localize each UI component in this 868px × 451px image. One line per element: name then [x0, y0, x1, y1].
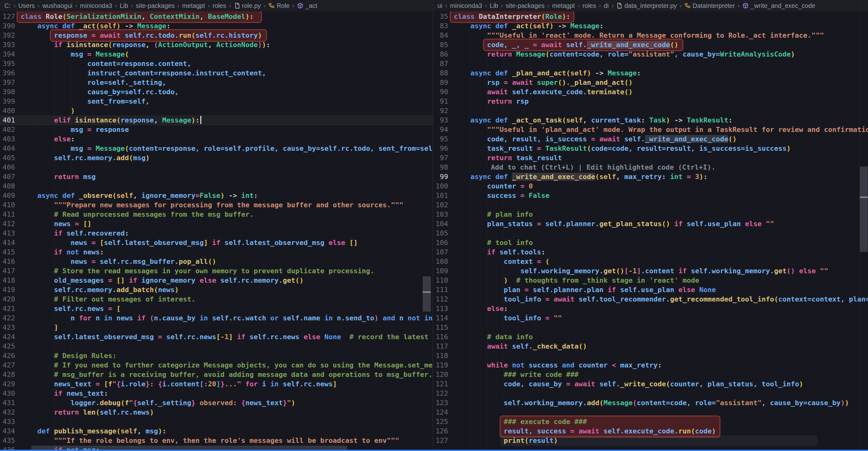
code-line-422[interactable]: 422 n for n in news if (n.cause_by in se… — [0, 313, 433, 323]
code-line-96[interactable]: 96 task_result = TaskResult(code=code, r… — [433, 144, 868, 153]
line-number[interactable]: 432 — [0, 408, 15, 417]
code-line-127[interactable]: 127class Role(SerializationMixin, Contex… — [0, 12, 433, 21]
line-number[interactable]: 110 — [433, 276, 448, 285]
code-line-390[interactable]: 390 async def _act(self) -> Message: — [0, 21, 433, 31]
breadcrumb-item-di[interactable]: di — [604, 2, 609, 9]
code-line-397[interactable]: 397 role=self._setting, — [0, 78, 433, 87]
breadcrumb-item-role[interactable]: Role — [269, 2, 289, 9]
code-line-111[interactable]: 111 plan = self.planner.plan if self.use… — [433, 285, 868, 295]
code-line-405[interactable]: 405 self.rc.memory.add(msg) — [0, 153, 433, 163]
line-number[interactable]: 420 — [0, 295, 15, 304]
code-line-84[interactable]: 84 """Useful in 'react' mode. Return a M… — [433, 31, 868, 40]
breadcrumb-item-role-py[interactable]: role.py — [234, 2, 261, 9]
code-line-407[interactable]: 407 return msg — [0, 172, 433, 182]
code-line-100[interactable]: 100 counter = 0 — [433, 182, 868, 191]
breadcrumb-item-roles[interactable]: roles — [213, 2, 226, 9]
line-number[interactable]: 417 — [0, 266, 15, 276]
code-line-105[interactable]: 105 — [433, 229, 868, 238]
breadcrumb-item--act[interactable]: _act — [297, 2, 317, 9]
line-number[interactable]: 101 — [433, 191, 448, 200]
line-number[interactable]: 411 — [0, 210, 15, 219]
code-line-398[interactable]: 398 cause_by=self.rc.todo, — [0, 87, 433, 97]
code-line-426[interactable]: 426 # Design Rules: — [0, 351, 433, 361]
line-number[interactable]: 127 — [0, 12, 15, 21]
code-line-435[interactable]: 435 """If the role belongs to env, then … — [0, 436, 433, 445]
line-number[interactable]: 421 — [0, 304, 15, 313]
code-line-94[interactable]: 94 """Useful in 'plan_and_act' mode. Wra… — [433, 125, 868, 134]
line-number[interactable]: 414 — [0, 238, 15, 247]
code-line-98[interactable]: 98 Add to chat (Ctrl+L) | Edit highlight… — [433, 163, 868, 172]
code-line-400[interactable]: 400 ) — [0, 106, 433, 116]
line-number[interactable]: 109 — [433, 266, 448, 276]
line-number[interactable]: 419 — [0, 285, 15, 295]
code-line-121[interactable]: 121 code, cause_by = await self._write_c… — [433, 380, 868, 389]
line-number[interactable]: 122 — [433, 389, 448, 398]
line-number[interactable]: 424 — [0, 332, 15, 342]
breadcrumb-item-site-packages[interactable]: site-packages — [136, 2, 175, 9]
breadcrumb-item-metagpt[interactable]: metagpt — [552, 2, 575, 9]
breadcrumb-item-datainterpreter[interactable]: DataInterpreter — [685, 2, 735, 9]
code-line-413[interactable]: 413 if self.recovered: — [0, 229, 433, 238]
line-number[interactable]: 95 — [433, 134, 448, 144]
line-number[interactable]: 418 — [0, 276, 15, 285]
line-number[interactable]: 118 — [433, 351, 448, 361]
code-line-90[interactable]: 90 await self.execute_code.terminate() — [433, 87, 868, 97]
code-line-124[interactable]: 124 — [433, 408, 868, 417]
line-number[interactable]: 117 — [433, 342, 448, 351]
code-line-106[interactable]: 106 # tool info — [433, 238, 868, 247]
code-line-116[interactable]: 116 # data info — [433, 332, 868, 342]
line-number[interactable]: 426 — [0, 351, 15, 361]
line-number[interactable]: 125 — [433, 417, 448, 426]
editor-pane-left[interactable]: C:›Users›wushaogui›miniconda3›Lib›site-p… — [0, 0, 433, 451]
line-number[interactable]: 111 — [433, 285, 448, 295]
code-line-120[interactable]: 120 ### write code ### — [433, 370, 868, 380]
code-line-427[interactable]: 427 # If you need to further categorize … — [0, 361, 433, 370]
line-number[interactable]: 423 — [0, 323, 15, 332]
line-number[interactable]: 408 — [0, 182, 15, 191]
vertical-scrollbar-thumb[interactable] — [860, 167, 868, 252]
line-number[interactable]: 103 — [433, 210, 448, 219]
code-line-431[interactable]: 431 logger.debug(f"{self._setting} obser… — [0, 398, 433, 408]
code-line-112[interactable]: 112 tool_info = await self.tool_recommen… — [433, 295, 868, 304]
line-number[interactable]: 112 — [433, 295, 448, 304]
code-line-432[interactable]: 432 return len(self.rc.news) — [0, 408, 433, 417]
line-number[interactable]: 115 — [433, 323, 448, 332]
code-line-114[interactable]: 114 tool_info = "" — [433, 313, 868, 323]
code-line-104[interactable]: 104 plan_status = self.planner.get_plan_… — [433, 219, 868, 229]
code-line-392[interactable]: 392 response = await self.rc.todo.run(se… — [0, 31, 433, 40]
line-number[interactable]: 121 — [433, 380, 448, 389]
line-number[interactable]: 392 — [0, 31, 15, 40]
line-number[interactable]: 96 — [433, 144, 448, 153]
code-line-415[interactable]: 415 if not news: — [0, 247, 433, 257]
breadcrumb-item-miniconda3[interactable]: miniconda3 — [80, 2, 112, 9]
breadcrumb-item-ui[interactable]: ui — [437, 2, 442, 9]
line-number[interactable]: 433 — [0, 417, 15, 426]
code-line-95[interactable]: 95 code, result, is_success = await self… — [433, 134, 868, 144]
line-number[interactable]: 404 — [0, 144, 15, 153]
vertical-scrollbar-thumb[interactable] — [423, 276, 431, 311]
code-line-118[interactable]: 118 — [433, 351, 868, 361]
code-line-409[interactable]: 409 async def _observe(self, ignore_memo… — [0, 191, 433, 200]
line-number[interactable]: 106 — [433, 238, 448, 247]
line-number[interactable]: 401 — [0, 116, 15, 125]
code-line-417[interactable]: 417 # Store the read messages in your ow… — [0, 266, 433, 276]
code-line-401[interactable]: 401 elif isinstance(response, Message): — [0, 116, 433, 125]
line-number[interactable]: 406 — [0, 163, 15, 172]
code-line-433[interactable]: 433 — [0, 417, 433, 426]
breadcrumb-item-c-[interactable]: C: — [4, 2, 11, 9]
code-line-393[interactable]: 393 if isinstance(response, (ActionOutpu… — [0, 40, 433, 50]
code-line-122[interactable]: 122 — [433, 389, 868, 398]
code-line-85[interactable]: 85 code, _, _ = await self._write_and_ex… — [433, 40, 868, 50]
line-number[interactable]: 415 — [0, 247, 15, 257]
line-number[interactable]: 35 — [433, 12, 448, 21]
line-number[interactable]: 85 — [433, 40, 448, 50]
code-line-395[interactable]: 395 content=response.content, — [0, 59, 433, 68]
line-number[interactable]: 120 — [433, 370, 448, 380]
code-line-107[interactable]: 107 if self.tools: — [433, 247, 868, 257]
line-number[interactable]: 425 — [0, 342, 15, 351]
line-number[interactable]: 402 — [0, 125, 15, 134]
line-number[interactable]: 100 — [433, 182, 448, 191]
line-number[interactable]: 90 — [433, 87, 448, 97]
code-line-410[interactable]: 410 """Prepare new messages for processi… — [0, 200, 433, 210]
breadcrumb-item-roles[interactable]: roles — [583, 2, 596, 9]
